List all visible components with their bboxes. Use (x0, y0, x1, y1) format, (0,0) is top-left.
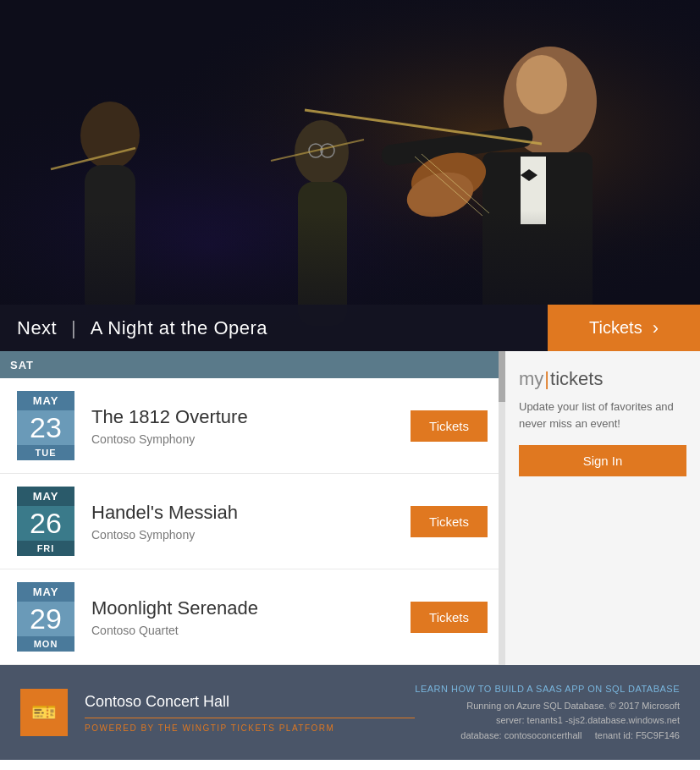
event-day-2: 26 (17, 506, 74, 541)
hero-divider: | (71, 317, 82, 338)
event-title-1: The 1812 Overture (91, 406, 411, 428)
scroll-thumb[interactable] (499, 351, 505, 402)
sidebar: my|tickets Update your list of favorites… (505, 351, 700, 665)
event-venue-1: Contoso Symphony (91, 432, 411, 446)
my-tickets-header: my|tickets (519, 368, 686, 390)
event-tickets-button-2[interactable]: Tickets (411, 506, 488, 537)
event-info-2: Handel's Messiah Contoso Symphony (91, 502, 411, 542)
event-info-1: The 1812 Overture Contoso Symphony (91, 406, 411, 446)
footer-brand-name: Contoso Concert Hall (85, 693, 415, 711)
event-title-3: Moonlight Serenade (91, 597, 411, 619)
footer-line3b: tenant id: F5C9F146 (595, 730, 680, 740)
footer-logo: 🎫 (20, 689, 68, 736)
footer: 🎫 Contoso Concert Hall POWERED BY THE WI… (0, 665, 700, 760)
event-venue-2: Contoso Symphony (91, 528, 411, 542)
hero-bar: Next | A Night at the Opera Tickets › (0, 305, 700, 351)
sidebar-tickets-label: tickets (550, 368, 603, 389)
event-info-3: Moonlight Serenade Contoso Quartet (91, 597, 411, 637)
footer-line1: Running on Azure SQL Database. © 2017 Mi… (415, 699, 680, 714)
hero-event-title: A Night at the Opera (91, 317, 267, 338)
event-tickets-button-1[interactable]: Tickets (411, 410, 488, 442)
date-header-bar: SAT (0, 351, 505, 378)
events-section: SAT MAY 23 TUE The 1812 Overture Contoso… (0, 351, 505, 665)
sidebar-description: Update your list of favorites and never … (519, 399, 686, 432)
footer-brand: Contoso Concert Hall POWERED BY THE WING… (85, 693, 415, 733)
event-item: MAY 23 TUE The 1812 Overture Contoso Sym… (0, 378, 504, 474)
event-tickets-button-3[interactable]: Tickets (411, 602, 488, 633)
event-day-1: 23 (17, 410, 74, 445)
scroll-bar[interactable] (499, 351, 505, 665)
event-title-2: Handel's Messiah (91, 502, 411, 524)
hero-section: Next | A Night at the Opera Tickets › (0, 0, 700, 351)
events-list: MAY 23 TUE The 1812 Overture Contoso Sym… (0, 378, 505, 665)
hero-background (0, 0, 700, 351)
event-weekday-1: TUE (17, 445, 74, 460)
event-month-3: MAY (17, 582, 74, 602)
sign-in-button[interactable]: Sign In (519, 445, 686, 476)
hero-event-label: Next | A Night at the Opera (0, 317, 284, 339)
next-label: Next (17, 317, 57, 338)
footer-line3a: database: contosoconcerthall (460, 730, 581, 740)
sidebar-divider: | (544, 368, 549, 389)
footer-line3: database: contosoconcerthall tenant id: … (415, 729, 680, 744)
event-venue-3: Contoso Quartet (91, 624, 411, 637)
footer-powered-by: POWERED BY THE WINGTIP TICKETS PLATFORM (85, 718, 415, 733)
hero-tickets-button[interactable]: Tickets › (548, 305, 700, 351)
event-month-1: MAY (17, 391, 74, 410)
footer-line2: server: tenants1 -sjs2.database.windows.… (415, 713, 680, 729)
my-label: my (519, 368, 543, 389)
event-date-box-1: MAY 23 TUE (17, 392, 74, 459)
event-weekday-2: FRI (17, 541, 74, 556)
event-date-box-2: MAY 26 FRI (17, 487, 74, 555)
event-day-3: 29 (17, 602, 74, 636)
ticket-icon: 🎫 (31, 701, 57, 724)
footer-learn-link[interactable]: LEARN HOW TO BUILD A SAAS APP ON SQL DAT… (415, 682, 680, 697)
event-date-box-3: MAY 29 MON (17, 583, 74, 651)
date-header-label: SAT (10, 359, 34, 371)
hero-tickets-label: Tickets (589, 318, 642, 338)
hero-tickets-arrow: › (653, 317, 659, 339)
event-month-2: MAY (17, 487, 74, 506)
footer-info: LEARN HOW TO BUILD A SAAS APP ON SQL DAT… (415, 682, 680, 743)
event-item: MAY 29 MON Moonlight Serenade Contoso Qu… (0, 569, 504, 665)
svg-rect-22 (0, 0, 700, 351)
event-item: MAY 26 FRI Handel's Messiah Contoso Symp… (0, 474, 504, 569)
main-content: SAT MAY 23 TUE The 1812 Overture Contoso… (0, 351, 700, 665)
event-weekday-3: MON (17, 636, 74, 652)
